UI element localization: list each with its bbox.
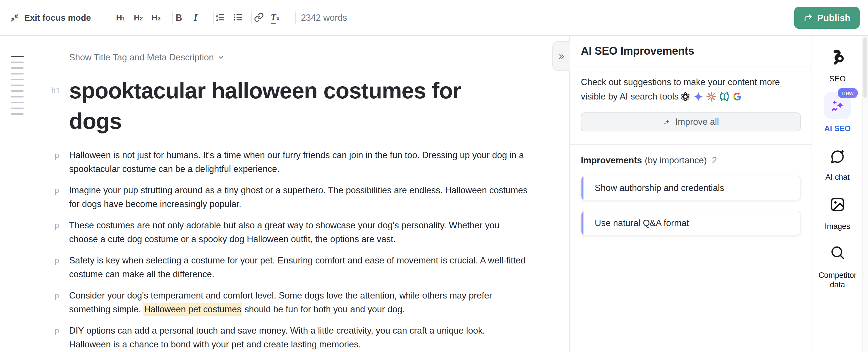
- paragraph-row: p Halloween is not just for humans. It's…: [43, 148, 528, 176]
- right-sidebar: SEO new AI SEO AI chat Images Competitor…: [811, 36, 863, 352]
- perplexity-icon: [719, 92, 730, 102]
- suggestion-card[interactable]: Use natural Q&A format: [581, 211, 801, 236]
- toolbar-separator: [213, 11, 214, 25]
- toolbar-separator: [172, 11, 173, 25]
- list-buttons: 123: [215, 0, 243, 35]
- scrollbar[interactable]: [862, 0, 868, 352]
- toolbar-separator: [295, 11, 296, 25]
- link-button[interactable]: [254, 12, 264, 23]
- p-marker: p: [43, 218, 69, 246]
- minimap-line: [11, 108, 24, 109]
- suggestion-label: Show authorship and credentials: [595, 183, 724, 193]
- paragraph-row: p Imagine your pup strutting around as a…: [43, 183, 528, 211]
- sidebar-item-seo[interactable]: SEO: [829, 74, 845, 83]
- heading-row: h1 spooktacular halloween costumes for d…: [43, 75, 528, 136]
- minimap-line: [11, 102, 24, 103]
- ordered-list-icon: 123: [215, 12, 225, 23]
- p-marker: p: [43, 254, 69, 281]
- word-count: 2342 words: [301, 0, 347, 35]
- h1-marker: h1: [43, 75, 69, 136]
- publish-arrow-icon: [804, 13, 813, 23]
- ordered-list-button[interactable]: 123: [215, 12, 225, 23]
- italic-button[interactable]: I: [193, 12, 197, 23]
- search-icon[interactable]: [830, 245, 845, 260]
- images-icon[interactable]: [830, 197, 845, 212]
- minimap-line: [11, 79, 24, 80]
- h3-button[interactable]: H3: [152, 13, 161, 23]
- minimap-line: [11, 67, 24, 69]
- surfer-logo-icon[interactable]: [829, 49, 846, 66]
- link-format-buttons: Tx: [254, 0, 280, 35]
- ai-chat-icon[interactable]: [830, 149, 845, 165]
- paragraph-text[interactable]: Consider your dog's temperament and comf…: [69, 289, 528, 316]
- title-meta-toggle[interactable]: Show Title Tag and Meta Description: [69, 52, 224, 63]
- paragraph-row: p Safety is key when selecting a costume…: [43, 254, 528, 281]
- google-icon: [732, 92, 742, 102]
- minimap-line: [11, 73, 24, 74]
- svg-text:3: 3: [216, 18, 218, 22]
- bullet-list-button[interactable]: [233, 12, 243, 23]
- paragraph-text[interactable]: DIY options can add a personal touch and…: [69, 324, 528, 351]
- bullet-list-icon: [233, 12, 243, 23]
- improvements-subtitle: (by importance): [645, 155, 707, 166]
- chevrons-right-icon: »: [558, 50, 564, 62]
- format-buttons: B I: [176, 0, 197, 35]
- chevron-down-icon: [217, 54, 224, 61]
- title-meta-toggle-label: Show Title Tag and Meta Description: [69, 52, 214, 63]
- paragraph-text[interactable]: Imagine your pup strutting around as a t…: [69, 183, 528, 211]
- sparkles-icon: [830, 98, 845, 113]
- sidebar-item-ai-seo-label[interactable]: AI SEO: [824, 124, 851, 133]
- clear-formatting-icon: Tx: [271, 12, 280, 24]
- h2-button[interactable]: H2: [134, 13, 143, 23]
- improve-all-label: Improve all: [675, 117, 719, 127]
- paragraph-text[interactable]: These costumes are not only adorable but…: [69, 218, 528, 246]
- panel-header: AI SEO Improvements: [570, 36, 811, 66]
- exit-focus-mode-button[interactable]: Exit focus mode: [10, 0, 91, 35]
- exit-focus-mode-label: Exit focus mode: [24, 13, 91, 23]
- claude-icon: [706, 92, 716, 102]
- sidebar-item-ai-seo[interactable]: new: [824, 92, 851, 119]
- scrollbar-thumb[interactable]: [863, 37, 867, 98]
- bold-button[interactable]: B: [176, 13, 182, 23]
- improve-all-button[interactable]: Improve all: [581, 112, 801, 132]
- panel-intro-section: Check out suggestions to make your conte…: [570, 75, 811, 132]
- suggestion-label: Use natural Q&A format: [595, 218, 689, 228]
- improvements-header: Improvements (by importance) 2: [581, 155, 801, 166]
- sidebar-item-ai-chat[interactable]: AI chat: [826, 173, 849, 182]
- collapse-icon: [10, 13, 19, 22]
- paragraph-text[interactable]: Halloween is not just for humans. It's a…: [69, 148, 528, 176]
- document-minimap[interactable]: [11, 56, 24, 119]
- p-marker: p: [43, 289, 69, 316]
- publish-button[interactable]: Publish: [794, 7, 860, 29]
- sidebar-item-images[interactable]: Images: [825, 222, 850, 231]
- p-marker: p: [43, 148, 69, 176]
- improvements-count: 2: [712, 155, 717, 166]
- clear-formatting-button[interactable]: Tx: [271, 12, 280, 24]
- top-toolbar: Exit focus mode H1 H2 H3 B I 123: [0, 0, 868, 36]
- publish-label: Publish: [817, 13, 850, 23]
- sidebar-item-competitor-data[interactable]: Competitor data: [816, 271, 859, 290]
- paragraph-text[interactable]: Safety is key when selecting a costume f…: [69, 254, 528, 281]
- suggestion-card[interactable]: Show authorship and credentials: [581, 176, 801, 201]
- sparkle-icon: [663, 118, 671, 126]
- minimap-line-active: [11, 56, 24, 57]
- panel-intro-text: Check out suggestions to make your conte…: [581, 75, 801, 104]
- ai-tool-logos: [680, 92, 742, 102]
- ai-seo-panel: AI SEO Improvements Check out suggestion…: [569, 36, 811, 352]
- panel-collapse-button[interactable]: »: [552, 41, 570, 71]
- p-marker: p: [43, 183, 69, 211]
- improvements-section: Improvements (by importance) 2 Show auth…: [570, 155, 811, 236]
- paragraph-row: p Consider your dog's temperament and co…: [43, 289, 528, 316]
- highlighted-keyword[interactable]: Halloween pet costumes: [144, 303, 242, 316]
- minimap-line: [11, 84, 24, 86]
- h1-button[interactable]: H1: [116, 13, 125, 23]
- editor-canvas[interactable]: Show Title Tag and Meta Description h1 s…: [43, 52, 528, 351]
- p-marker: p: [43, 324, 69, 351]
- paragraph-row: p DIY options can add a personal touch a…: [43, 324, 528, 351]
- new-badge: new: [838, 88, 858, 98]
- paragraph-row: p These costumes are not only adorable b…: [43, 218, 528, 246]
- openai-icon: [680, 92, 691, 102]
- improvements-title: Improvements: [581, 155, 642, 166]
- document-title[interactable]: spooktacular halloween costumes for dogs: [69, 75, 495, 136]
- minimap-line: [11, 62, 24, 63]
